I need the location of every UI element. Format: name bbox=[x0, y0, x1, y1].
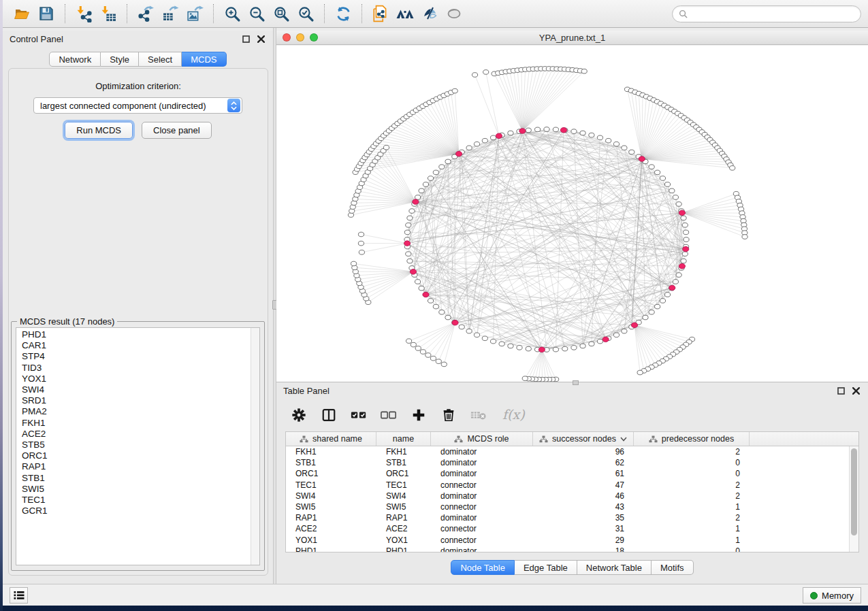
table-row[interactable]: STB1STB1dominator620 bbox=[286, 457, 849, 468]
table-cell[interactable]: dominator bbox=[431, 513, 533, 523]
table-cell[interactable]: 35 bbox=[533, 513, 634, 523]
table-cell[interactable]: 2 bbox=[634, 447, 750, 457]
column-header-shared-name[interactable]: shared name bbox=[286, 432, 376, 446]
table-cell[interactable]: 43 bbox=[533, 502, 634, 512]
table-cell[interactable]: 31 bbox=[533, 524, 634, 533]
table-cell[interactable]: ACE2 bbox=[286, 524, 376, 533]
table-cell[interactable]: 1 bbox=[634, 524, 750, 533]
table-cell[interactable]: 2 bbox=[634, 480, 750, 490]
table-cell[interactable]: connector bbox=[431, 480, 533, 490]
table-scrollbar[interactable] bbox=[849, 446, 858, 552]
export-image-button[interactable] bbox=[182, 3, 207, 24]
tab-edge-table[interactable]: Edge Table bbox=[515, 560, 577, 575]
column-header-successor-nodes[interactable]: successor nodes bbox=[533, 432, 634, 446]
mcds-result-list[interactable]: PHD1CAR1STP4TID3YOX1SWI4SRD1PMA2FKH1ACE2… bbox=[16, 327, 260, 565]
table-row[interactable]: RAP1RAP1dominator352 bbox=[286, 512, 849, 523]
table-cell[interactable]: YOX1 bbox=[376, 535, 431, 545]
network-window-titlebar[interactable]: YPA_prune.txt_1 bbox=[276, 31, 868, 45]
float-table-panel-button[interactable] bbox=[835, 385, 846, 396]
table-cell[interactable]: 1 bbox=[634, 502, 750, 512]
mcds-result-item[interactable]: STP4 bbox=[16, 351, 250, 362]
mcds-result-item[interactable]: RAP1 bbox=[16, 461, 250, 472]
table-cell[interactable]: SWI4 bbox=[376, 491, 431, 501]
table-cell[interactable]: TEC1 bbox=[286, 480, 376, 490]
mcds-hub-node[interactable] bbox=[496, 133, 502, 139]
import-network-button[interactable] bbox=[71, 3, 96, 24]
column-header-MCDS-role[interactable]: MCDS role bbox=[431, 432, 533, 446]
mcds-hub-node[interactable] bbox=[602, 337, 609, 342]
zoom-in-button[interactable] bbox=[220, 3, 244, 24]
table-cell[interactable]: dominator bbox=[431, 447, 533, 457]
export-network-button[interactable] bbox=[133, 3, 158, 24]
mcds-result-item[interactable]: SWI4 bbox=[16, 384, 250, 395]
mcds-result-item[interactable]: TID3 bbox=[16, 363, 250, 374]
mcds-hub-node[interactable] bbox=[679, 210, 685, 216]
column-header-name[interactable]: name bbox=[376, 432, 431, 446]
optimization-criterion-select[interactable]: largest connected component (undirected) bbox=[33, 97, 242, 114]
mcds-result-item[interactable]: SRD1 bbox=[16, 395, 250, 406]
table-cell[interactable]: 0 bbox=[634, 546, 750, 552]
mcds-hub-node[interactable] bbox=[452, 320, 458, 325]
close-table-panel-button[interactable] bbox=[850, 385, 861, 396]
table-settings-button[interactable] bbox=[291, 407, 307, 423]
mcds-result-item[interactable]: SWI5 bbox=[16, 484, 250, 495]
table-cell[interactable]: PHD1 bbox=[286, 546, 376, 552]
table-row[interactable]: FKH1FKH1dominator962 bbox=[286, 446, 849, 457]
table-row[interactable]: SWI5SWI5connector431 bbox=[286, 501, 849, 512]
mcds-hub-node[interactable] bbox=[639, 156, 645, 162]
table-cell[interactable]: 0 bbox=[634, 469, 750, 478]
tab-style[interactable]: Style bbox=[101, 52, 139, 67]
table-cell[interactable]: connector bbox=[431, 535, 533, 545]
delete-column-button[interactable] bbox=[440, 407, 457, 423]
mcds-result-item[interactable]: ACE2 bbox=[16, 429, 250, 440]
table-cell[interactable]: TEC1 bbox=[376, 480, 431, 490]
close-panel-button[interactable] bbox=[255, 33, 266, 44]
table-cell[interactable]: 29 bbox=[533, 535, 634, 545]
select-all-columns-button[interactable] bbox=[351, 407, 367, 423]
search-network-button[interactable] bbox=[393, 3, 417, 24]
save-session-button[interactable] bbox=[34, 3, 59, 24]
table-cell[interactable]: 2 bbox=[634, 491, 750, 501]
table-cell[interactable]: FKH1 bbox=[376, 447, 431, 457]
table-row[interactable]: TEC1TEC1connector472 bbox=[286, 480, 849, 491]
mcds-hub-node[interactable] bbox=[455, 151, 462, 156]
table-cell[interactable]: ORC1 bbox=[286, 469, 376, 478]
table-row[interactable]: ORC1ORC1dominator610 bbox=[286, 468, 849, 479]
tab-motifs[interactable]: Motifs bbox=[652, 560, 694, 575]
table-cell[interactable]: SWI5 bbox=[376, 502, 431, 512]
table-cell[interactable]: 18 bbox=[533, 546, 634, 552]
table-cell[interactable]: SWI4 bbox=[286, 491, 376, 501]
network-canvas[interactable] bbox=[276, 46, 868, 382]
mcds-result-item[interactable]: STB5 bbox=[16, 440, 250, 450]
float-panel-button[interactable] bbox=[240, 33, 251, 44]
mcds-result-item[interactable]: YOX1 bbox=[16, 374, 250, 384]
table-panel-grab-handle[interactable] bbox=[573, 380, 579, 385]
table-cell[interactable]: dominator bbox=[431, 469, 533, 478]
export-table-button[interactable] bbox=[158, 3, 182, 24]
node-table[interactable]: shared namenameMCDS rolesuccessor nodesp… bbox=[285, 431, 859, 552]
network-nodes[interactable] bbox=[348, 67, 748, 382]
table-cell[interactable]: 0 bbox=[634, 458, 750, 467]
deselect-all-columns-button[interactable] bbox=[381, 407, 397, 423]
network-graph[interactable] bbox=[276, 46, 868, 382]
mcds-result-item[interactable]: PMA2 bbox=[16, 406, 250, 417]
table-cell[interactable]: 47 bbox=[533, 480, 634, 490]
table-cell[interactable]: SWI5 bbox=[286, 502, 376, 512]
table-cell[interactable]: STB1 bbox=[376, 458, 431, 467]
table-cell[interactable]: 61 bbox=[533, 469, 634, 478]
mcds-hub-node[interactable] bbox=[410, 269, 416, 275]
table-cell[interactable]: 62 bbox=[533, 458, 634, 467]
table-row[interactable]: SWI4SWI4dominator462 bbox=[286, 491, 849, 501]
create-column-button[interactable] bbox=[411, 407, 427, 423]
mcds-result-item[interactable]: TEC1 bbox=[16, 495, 250, 506]
import-table-button[interactable] bbox=[96, 3, 120, 24]
tab-network[interactable]: Network bbox=[49, 52, 101, 67]
mcds-hub-node[interactable] bbox=[679, 263, 685, 269]
tab-node-table[interactable]: Node Table bbox=[451, 560, 515, 575]
toolbar-search-box[interactable] bbox=[672, 5, 861, 22]
refresh-view-button[interactable] bbox=[331, 3, 355, 24]
open-session-button[interactable] bbox=[10, 3, 34, 24]
table-cell[interactable]: dominator bbox=[431, 546, 533, 552]
mcds-hub-node[interactable] bbox=[683, 246, 689, 252]
table-cell[interactable]: YOX1 bbox=[286, 535, 376, 545]
